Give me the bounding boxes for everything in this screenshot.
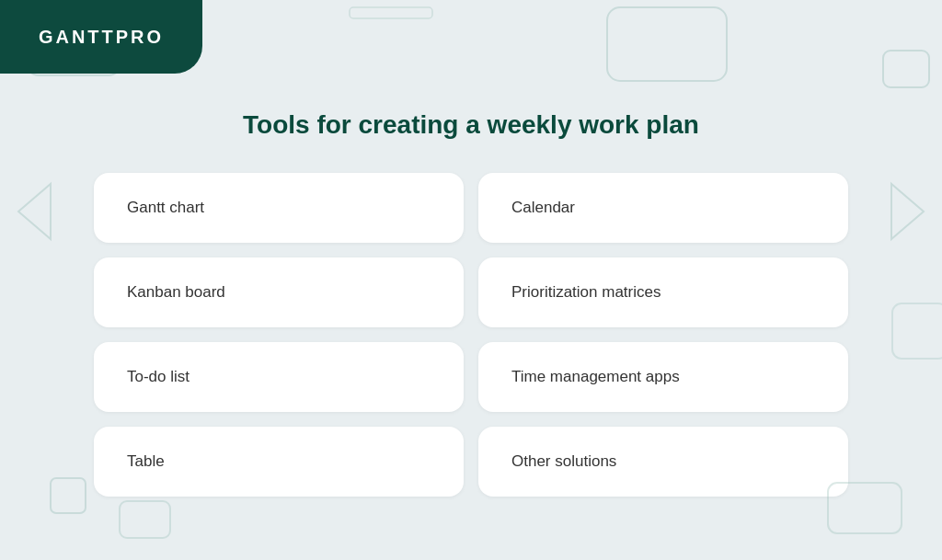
card-calendar[interactable]: Calendar <box>478 173 848 243</box>
card-other-solutions[interactable]: Other solutions <box>478 427 848 497</box>
card-time-management-apps[interactable]: Time management apps <box>478 342 848 412</box>
logo-text: GANTTPRO <box>39 27 164 48</box>
card-table[interactable]: Table <box>94 427 464 497</box>
tools-grid: Gantt chart Calendar Kanban board Priori… <box>94 173 848 497</box>
card-kanban-board[interactable]: Kanban board <box>94 257 464 327</box>
card-prioritization-matrices[interactable]: Prioritization matrices <box>478 257 848 327</box>
card-to-do-list[interactable]: To-do list <box>94 342 464 412</box>
svg-rect-4 <box>120 501 170 538</box>
card-gantt-chart[interactable]: Gantt chart <box>94 173 464 243</box>
page-title: Tools for creating a weekly work plan <box>243 110 699 140</box>
